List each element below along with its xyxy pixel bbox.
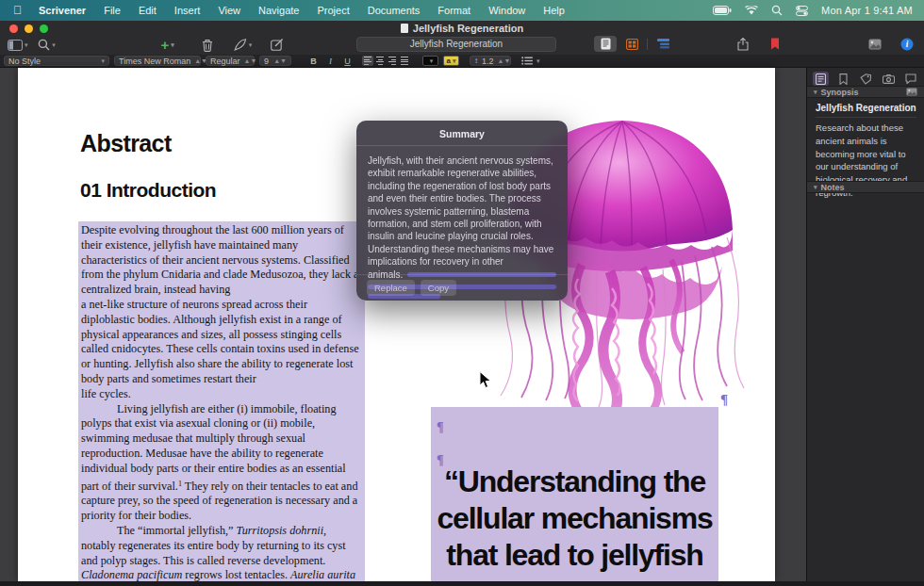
window-title-bar: Jellyfish Regeneration [0, 21, 924, 35]
view-mode-group [594, 36, 674, 52]
align-left-button[interactable] [362, 56, 373, 66]
copy-button[interactable]: Copy [421, 280, 456, 296]
svg-text:i: i [906, 40, 909, 49]
paragraph-2: Living jellyfish are either (i) immobile… [81, 402, 362, 524]
add-item-button[interactable]: +▾ [158, 37, 177, 53]
italic-button[interactable]: I [324, 57, 337, 66]
text-color-well[interactable]: ▾ [422, 56, 438, 66]
document-title-field[interactable]: Jellyfish Regeneration [356, 37, 556, 52]
spotlight-search-icon[interactable] [771, 5, 783, 16]
inspector-sidebar: ▾ Synopsis Jellyfish Regeneration Resear… [806, 68, 924, 581]
binder-toggle-button[interactable]: ▾ [8, 37, 28, 53]
align-center-button[interactable] [374, 56, 386, 66]
menu-bar:  Scrivener File Edit Insert View Naviga… [0, 0, 924, 21]
wifi-icon[interactable] [745, 6, 758, 15]
view-document-button[interactable] [594, 36, 617, 52]
pull-quote-block[interactable]: ¶ ¶ “Understanding the cellular mechanis… [431, 407, 718, 581]
menu-navigate[interactable]: Navigate [258, 5, 299, 16]
battery-icon[interactable] [713, 6, 732, 15]
toolbar: ▾ ▾ +▾ ▾ Jellyfish Regeneration [0, 35, 924, 55]
line-spacing-stepper[interactable]: ↕1.2▲▼ [470, 56, 511, 66]
format-bar: No Style▾ Times New Roman▲▼ Regular▲▼ 9▲… [0, 55, 924, 68]
notes-section-header[interactable]: ▾ Notes [807, 181, 924, 193]
align-justify-button[interactable] [399, 56, 410, 66]
menu-clock[interactable]: Mon Apr 1 9:41 AM [821, 5, 913, 16]
alignment-group [362, 56, 410, 66]
pull-quote-text: “Understanding the cellular mechanisms t… [431, 464, 718, 574]
bold-button[interactable]: B [307, 57, 320, 66]
menu-view[interactable]: View [218, 5, 240, 16]
summary-popup-body: Jellyfish, with their ancient nervous sy… [356, 146, 568, 269]
media-button[interactable] [866, 36, 884, 52]
toolbar-separator [647, 39, 648, 50]
comments-tab-icon[interactable] [903, 72, 919, 86]
menu-file[interactable]: File [104, 5, 121, 16]
compose-button[interactable] [268, 37, 287, 53]
synopsis-image-toggle-icon[interactable] [906, 88, 917, 96]
document-icon [401, 24, 408, 33]
style-dropdown[interactable]: No Style▾ [4, 56, 109, 66]
align-right-button[interactable] [387, 56, 398, 66]
menu-insert[interactable]: Insert [174, 5, 201, 16]
view-corkboard-button[interactable] [620, 36, 643, 52]
summary-popup: Summary Jellyfish, with their ancient ne… [356, 121, 568, 301]
typeface-dropdown[interactable]: Regular▲▼ [206, 56, 255, 66]
share-button[interactable] [734, 36, 752, 52]
window-title: Jellyfish Regeneration [0, 23, 924, 34]
underline-button[interactable]: U [341, 57, 354, 66]
replace-button[interactable]: Replace [367, 280, 415, 296]
trash-button[interactable] [198, 37, 217, 53]
notes-tab-icon[interactable] [813, 72, 829, 86]
summary-popup-title: Summary [356, 121, 568, 145]
snapshots-camera-tab-icon[interactable] [881, 72, 897, 86]
window-bottom-bar [0, 581, 924, 586]
pilcrow-mark: ¶ [720, 392, 728, 408]
body-text-column[interactable]: Despite evolving throughout the last 600… [78, 221, 365, 586]
bookmarks-tab-icon[interactable] [835, 72, 851, 86]
quill-inspect-button[interactable]: ▾ [234, 37, 253, 53]
summary-popup-buttons: Replace Copy [356, 274, 568, 301]
chevron-down-icon: ▾ [814, 89, 817, 96]
menu-status-area: Mon Apr 1 9:41 AM [713, 5, 913, 16]
menu-project[interactable]: Project [317, 5, 349, 16]
synopsis-section-header[interactable]: ▾ Synopsis [807, 86, 924, 98]
pilcrow-mark: ¶ [437, 420, 444, 435]
divider [816, 117, 916, 118]
menu-edit[interactable]: Edit [139, 5, 157, 16]
chevron-down-icon: ▾ [814, 184, 817, 191]
synopsis-card-title[interactable]: Jellyfish Regeneration [816, 103, 916, 113]
menu-scrivener[interactable]: Scrivener [39, 5, 86, 16]
screen:  Scrivener File Edit Insert View Naviga… [0, 0, 924, 586]
menu-items: Scrivener File Edit Insert View Navigate… [39, 5, 565, 16]
apple-menu-icon[interactable]:  [13, 4, 22, 17]
metadata-tag-tab-icon[interactable] [858, 72, 874, 86]
bookmark-button[interactable] [766, 36, 784, 52]
heading-introduction: 01 Introduction [80, 179, 216, 202]
paragraph-3: The “immortal jellyfish,” Turritopsis do… [81, 524, 362, 586]
font-size-stepper[interactable]: 9▲▼ [259, 56, 291, 66]
font-dropdown[interactable]: Times New Roman▲▼ [114, 56, 201, 66]
search-button[interactable]: ▾ [38, 37, 57, 53]
menu-window[interactable]: Window [488, 5, 525, 16]
menu-format[interactable]: Format [437, 5, 470, 16]
heading-abstract: Abstract [80, 130, 172, 157]
paragraph-1: Despite evolving throughout the last 600… [81, 223, 362, 402]
menu-help[interactable]: Help [543, 5, 565, 16]
highlight-color-well[interactable]: a▾ [443, 56, 459, 66]
mouse-cursor-icon [479, 371, 492, 390]
control-center-icon[interactable] [796, 6, 808, 16]
inspector-info-button[interactable]: i [898, 36, 916, 52]
view-outline-button[interactable] [652, 36, 674, 52]
menu-documents[interactable]: Documents [368, 5, 421, 16]
list-format-button[interactable]: ▾ [521, 57, 540, 65]
inspector-tab-bar [807, 71, 924, 87]
